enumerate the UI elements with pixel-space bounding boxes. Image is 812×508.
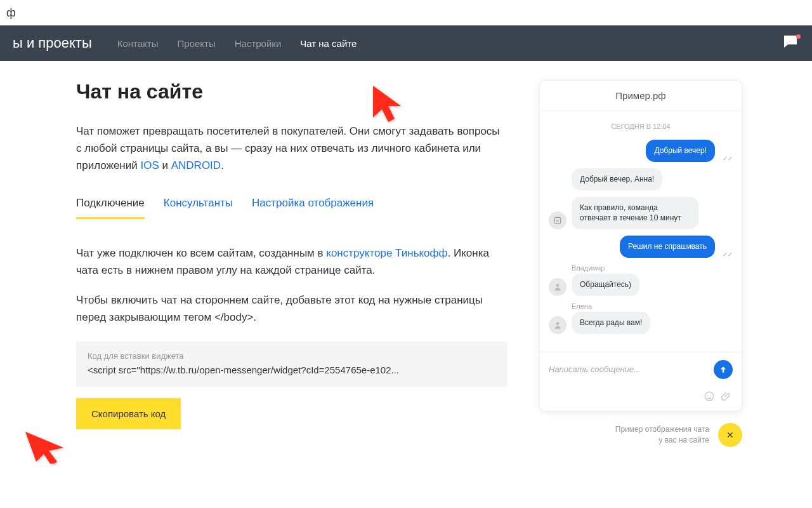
chat-bubble: Добрый вечер!: [646, 140, 715, 162]
svg-point-3: [705, 392, 714, 401]
chat-header: Пример.рф: [540, 81, 742, 111]
nav-link-contacts[interactable]: Контакты: [117, 38, 159, 49]
nav-chat-icon[interactable]: [783, 34, 799, 52]
top-bar: ф: [0, 0, 812, 25]
constructor-link[interactable]: конструкторе Тинькофф: [326, 247, 447, 259]
chat-message: Как правило, команда отвечает в течение …: [549, 197, 733, 230]
paragraph-2: Чтобы включить чат на стороннем сайте, д…: [76, 291, 508, 326]
chat-body: СЕГОДНЯ В 12:04 Добрый вечер! ✓✓ Добрый …: [540, 111, 742, 352]
chat-message: Добрый вечер! ✓✓: [549, 140, 733, 162]
preview-caption: Пример отображения чата у вас на сайте: [615, 424, 709, 446]
chat-message: Всегда рады вам!: [549, 312, 733, 334]
nav-link-site-chat[interactable]: Чат на сайте: [300, 38, 357, 49]
svg-point-5: [710, 394, 712, 396]
paragraph-1: Чат уже подключен ко всем сайтам, создан…: [76, 244, 508, 279]
code-content[interactable]: <script src="https://w.tb.ru/open-messen…: [88, 364, 496, 375]
nav-title: ы и проекты: [13, 35, 92, 51]
chat-widget: Пример.рф СЕГОДНЯ В 12:04 Добрый вечер! …: [539, 80, 742, 411]
main-content: Чат на сайте Чат поможет превращать посе…: [76, 80, 508, 447]
ios-link[interactable]: IOS: [140, 159, 159, 171]
close-chat-fab[interactable]: ✕: [718, 423, 742, 447]
read-tick-icon: ✓✓: [723, 155, 733, 162]
p1-before: Чат уже подключен ко всем сайтам, создан…: [76, 247, 326, 259]
top-bar-text: ф: [6, 6, 16, 20]
chat-message: Обращайтесь): [549, 274, 733, 296]
chat-message: Решил не спрашивать ✓✓: [549, 236, 733, 258]
main-container: Чат на сайте Чат поможет превращать посе…: [0, 61, 812, 466]
chat-tools: [540, 387, 742, 411]
svg-point-1: [556, 284, 560, 287]
chat-bubble: Всегда рады вам!: [572, 312, 650, 334]
chat-input-area: Написать сообщение...: [540, 352, 742, 387]
sender-name: Владимир: [572, 264, 733, 272]
caption-line-2: у вас на сайте: [658, 436, 709, 444]
read-tick-icon: ✓✓: [723, 251, 733, 258]
chat-input[interactable]: Написать сообщение...: [549, 364, 707, 374]
nav-link-projects[interactable]: Проекты: [178, 38, 216, 49]
preview-caption-row: Пример отображения чата у вас на сайте ✕: [539, 423, 742, 447]
intro-text: Чат поможет превращать посетителей в пок…: [76, 123, 508, 175]
caption-line-1: Пример отображения чата: [615, 425, 709, 434]
nav-link-settings[interactable]: Настройки: [235, 38, 282, 49]
avatar-icon: [549, 211, 566, 229]
avatar-icon: [549, 278, 566, 296]
copy-code-button[interactable]: Скопировать код: [76, 398, 181, 429]
android-link[interactable]: ANDROID: [171, 159, 221, 171]
chat-bubble: Добрый вечер, Анна!: [572, 168, 662, 190]
tab-display-settings[interactable]: Настройка отображения: [252, 197, 374, 219]
chat-date: СЕГОДНЯ В 12:04: [549, 123, 733, 130]
tab-connection[interactable]: Подключение: [76, 197, 145, 219]
attach-icon[interactable]: [721, 391, 733, 402]
svg-point-2: [556, 322, 560, 325]
intro-mid: и: [159, 159, 171, 171]
send-button[interactable]: [714, 360, 733, 379]
avatar-icon: [549, 316, 566, 334]
sender-name: Елена: [572, 302, 733, 310]
nav-links: Контакты Проекты Настройки Чат на сайте: [117, 38, 357, 49]
chat-message-group: Елена Всегда рады вам!: [549, 302, 733, 334]
intro-after: .: [221, 159, 224, 171]
cursor-icon: [22, 422, 70, 464]
tab-consultants[interactable]: Консультанты: [164, 197, 233, 219]
code-box: Код для вставки виджета <script src="htt…: [76, 342, 508, 387]
svg-point-4: [707, 394, 709, 396]
cursor-icon: [368, 83, 406, 127]
chat-message-group: Владимир Обращайтесь): [549, 264, 733, 296]
chat-preview-panel: Пример.рф СЕГОДНЯ В 12:04 Добрый вечер! …: [539, 80, 742, 447]
nav-bar: ы и проекты Контакты Проекты Настройки Ч…: [0, 25, 812, 61]
chat-bubble: Решил не спрашивать: [620, 236, 715, 258]
chat-bubble: Как правило, команда отвечает в течение …: [572, 197, 698, 230]
tabs: Подключение Консультанты Настройка отобр…: [76, 197, 508, 219]
page-title: Чат на сайте: [76, 80, 508, 104]
emoji-icon[interactable]: [704, 391, 715, 402]
chat-message: Добрый вечер, Анна!: [572, 168, 733, 190]
chat-bubble: Обращайтесь): [572, 274, 639, 296]
code-label: Код для вставки виджета: [88, 351, 496, 361]
notification-dot: [796, 34, 801, 39]
